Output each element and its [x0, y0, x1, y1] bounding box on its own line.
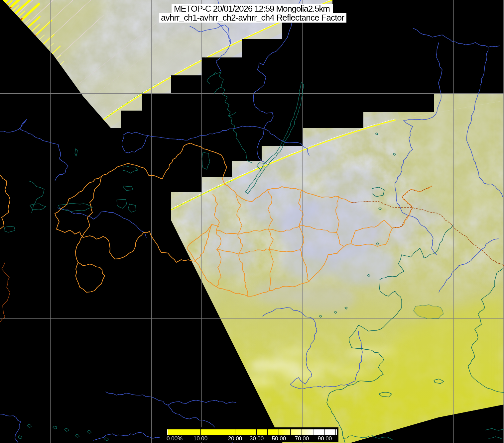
svg-text:70.00: 70.00: [295, 435, 309, 442]
svg-text:METOP-C 20/01/2026 12:59 Mongo: METOP-C 20/01/2026 12:59 Mongolia2.5km: [174, 4, 330, 14]
svg-text:90.00: 90.00: [318, 435, 332, 442]
svg-text:50.00: 50.00: [272, 435, 286, 442]
svg-text:20.00: 20.00: [228, 435, 242, 442]
svg-text:0.00%: 0.00%: [167, 435, 183, 442]
svg-text:30.00: 30.00: [250, 435, 264, 442]
svg-text:10.00: 10.00: [193, 435, 208, 442]
svg-text:avhrr_ch1-avhrr_ch2-avhrr_ch4: avhrr_ch1-avhrr_ch2-avhrr_ch4 Reflectanc…: [161, 13, 344, 23]
